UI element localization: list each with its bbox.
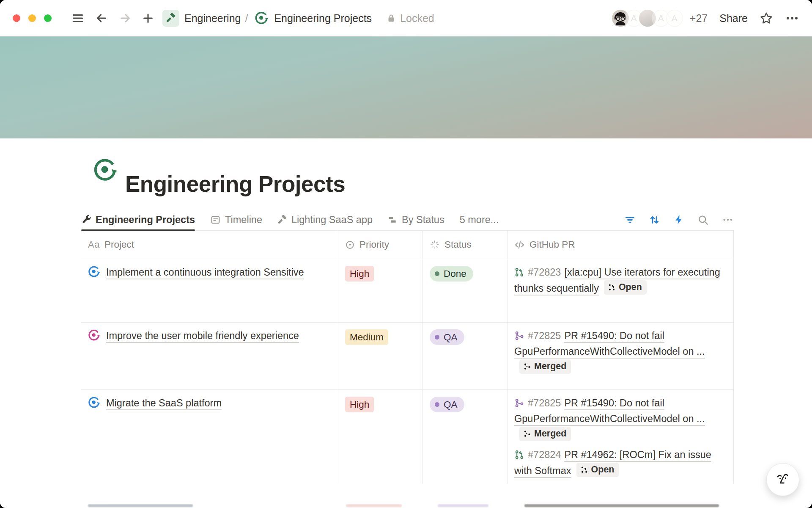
table-row: Migrate the SaaS platformHighQA#72825PR …: [81, 389, 734, 486]
window-topbar: Engineering / Engineering Projects Locke…: [0, 0, 812, 36]
status-cell[interactable]: QA: [423, 323, 508, 389]
sort-view-button[interactable]: [649, 214, 660, 226]
favorite-star-icon[interactable]: [760, 11, 773, 25]
pr-state-chip: Open: [576, 463, 619, 477]
status-badge: QA: [430, 397, 464, 412]
page-cover-image[interactable]: [0, 36, 812, 138]
more-view-button[interactable]: [722, 214, 734, 226]
pr-state-label: Merged: [534, 360, 566, 373]
priority-cell[interactable]: Medium: [338, 323, 423, 389]
status-dot: [435, 271, 439, 276]
project-cycle-icon: [88, 265, 101, 278]
hammer-icon: [277, 215, 287, 225]
pr-state-label: Open: [619, 281, 642, 294]
priority-cell[interactable]: High: [338, 390, 423, 485]
priority-cell[interactable]: High: [338, 259, 423, 322]
pr-state-open-icon: [608, 283, 616, 291]
tab-5-more[interactable]: 5 more...: [460, 209, 499, 230]
project-cycle-icon: [88, 329, 101, 342]
tab-engineering-projects[interactable]: Engineering Projects: [81, 209, 195, 230]
project-cell[interactable]: Implement a continuous integration Sensi…: [81, 259, 338, 322]
new-page-plus-icon[interactable]: [140, 10, 156, 27]
column-header-project[interactable]: AaProject: [81, 231, 338, 259]
status-badge: Done: [430, 266, 473, 282]
wrench-icon: [81, 215, 91, 225]
column-header-status[interactable]: Status: [423, 231, 508, 259]
share-button[interactable]: Share: [719, 12, 748, 25]
sidebar-menu-icon[interactable]: [69, 10, 86, 27]
tab-label: Engineering Projects: [96, 214, 195, 226]
forward-icon[interactable]: [117, 10, 134, 27]
avatar-letter[interactable]: A: [665, 9, 684, 28]
timeline-icon: [210, 215, 221, 225]
tab-label: Lighting SaaS app: [291, 214, 373, 226]
pr-state-open-icon: [580, 466, 588, 474]
avatar-stack[interactable]: AAA: [611, 9, 684, 28]
spinner-icon: [430, 240, 440, 250]
project-title-link[interactable]: Improve the user mobile friendly experie…: [106, 330, 299, 343]
column-label: GitHub PR: [529, 239, 575, 250]
more-options-icon[interactable]: [785, 11, 799, 25]
tab-lighting-saas-app[interactable]: Lighting SaaS app: [277, 209, 373, 230]
tab-timeline[interactable]: Timeline: [210, 209, 262, 230]
github-pr-cell[interactable]: #72823[xla:cpu] Use iterators for execut…: [508, 259, 734, 322]
pr-state-chip: Open: [604, 280, 647, 295]
pull-request-open-icon: [514, 449, 524, 459]
status-label: QA: [444, 331, 458, 344]
project-title-link[interactable]: Migrate the SaaS platform: [106, 398, 222, 410]
board-icon: [388, 215, 398, 225]
github-pr-cell[interactable]: #72825PR #15490: Do not fail GpuPerforma…: [508, 390, 734, 485]
pr-state-chip: Merged: [519, 359, 571, 374]
project-cell[interactable]: Migrate the SaaS platform: [81, 390, 338, 485]
filter-view-button[interactable]: [624, 214, 636, 226]
tab-label: By Status: [402, 214, 444, 226]
column-header-github-pr[interactable]: GitHub PR: [508, 231, 734, 259]
pr-entry: #72825PR #15490: Do not fail GpuPerforma…: [514, 328, 727, 375]
status-cell[interactable]: Done: [423, 259, 508, 322]
project-title-link[interactable]: Implement a continuous integration Sensi…: [106, 267, 304, 279]
automations-view-button[interactable]: [673, 214, 684, 225]
project-cell[interactable]: Improve the user mobile friendly experie…: [81, 323, 338, 389]
code-icon: [514, 240, 525, 250]
page-title[interactable]: Engineering Projects: [125, 171, 345, 197]
column-header-priority[interactable]: Priority: [338, 231, 423, 259]
text-aa-icon: Aa: [88, 239, 100, 250]
search-view-button[interactable]: [697, 214, 709, 226]
partial-row-fragment: [438, 504, 488, 507]
breadcrumb-separator: /: [245, 12, 248, 25]
breadcrumb-workspace[interactable]: Engineering: [184, 12, 241, 25]
back-icon[interactable]: [93, 10, 110, 27]
database-table: AaProjectPriorityStatusGitHub PR Impleme…: [81, 231, 734, 486]
priority-badge: Medium: [345, 329, 388, 345]
status-badge: QA: [430, 329, 464, 345]
page-cycle-icon: [255, 11, 269, 25]
minimize-window-button[interactable]: [28, 14, 36, 22]
column-label: Priority: [359, 239, 389, 250]
project-cycle-icon: [88, 396, 101, 409]
table-header-row: AaProjectPriorityStatusGitHub PR: [81, 231, 734, 259]
pr-entry: #72823[xla:cpu] Use iterators for execut…: [514, 265, 727, 296]
status-cell[interactable]: QA: [423, 390, 508, 485]
priority-badge: High: [345, 266, 374, 282]
status-dot: [435, 335, 439, 340]
app-window: Engineering / Engineering Projects Locke…: [0, 0, 812, 508]
close-window-button[interactable]: [13, 14, 20, 22]
pr-entry: #72825PR #15490: Do not fail GpuPerforma…: [514, 395, 727, 443]
tab-by-status[interactable]: By Status: [388, 209, 444, 230]
locked-indicator[interactable]: Locked: [386, 12, 434, 25]
pr-state-chip: Merged: [519, 427, 571, 441]
pr-number: #72825: [528, 330, 561, 341]
ai-face-icon: [774, 471, 792, 489]
zoom-window-button[interactable]: [44, 14, 52, 22]
notion-ai-button[interactable]: [766, 463, 799, 496]
tab-label: 5 more...: [460, 214, 499, 226]
traffic-lights: [13, 14, 52, 22]
avatar-overflow-count[interactable]: +27: [690, 12, 708, 25]
workspace-hammer-icon[interactable]: [162, 10, 179, 27]
pr-number: #72824: [528, 449, 561, 460]
page-icon-cycle-arrow[interactable]: [93, 157, 118, 183]
github-pr-cell[interactable]: #72825PR #15490: Do not fail GpuPerforma…: [508, 323, 734, 389]
view-tabs: Engineering ProjectsTimelineLighting Saa…: [81, 209, 734, 231]
pr-number: #72823: [528, 267, 561, 278]
breadcrumb-page[interactable]: Engineering Projects: [274, 12, 372, 25]
